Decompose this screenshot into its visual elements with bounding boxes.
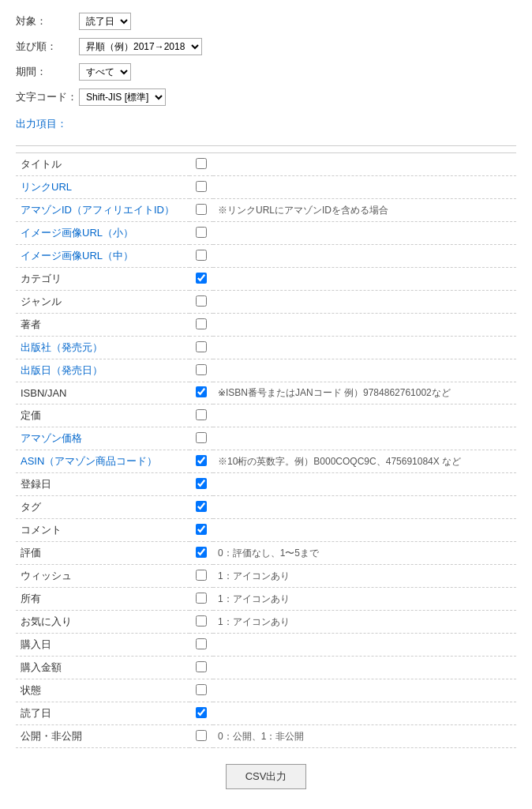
output-item-checkbox-cell: [189, 657, 213, 679]
output-item-label: タグ: [16, 496, 189, 519]
output-item-note: 0：評価なし、1〜5まで: [213, 542, 516, 565]
output-item-checkbox[interactable]: [196, 661, 207, 672]
output-item-label: イメージ画像URL（小）: [16, 222, 189, 245]
target-select[interactable]: 読了日 登録日 購入日: [79, 13, 131, 30]
output-item-checkbox[interactable]: [196, 730, 207, 741]
output-item-label: 購入金額: [16, 657, 189, 679]
output-item-label: 著者: [16, 314, 189, 337]
output-item-label: ジャンル: [16, 291, 189, 314]
output-item-label: 読了日: [16, 702, 189, 725]
output-item-checkbox-cell: [189, 702, 213, 725]
charset-select[interactable]: Shift-JIS [標準] UTF-8: [79, 88, 166, 106]
table-row: 登録日: [16, 473, 516, 496]
output-item-checkbox[interactable]: [196, 547, 207, 558]
output-item-note: 1：アイコンあり: [213, 611, 516, 634]
output-item-checkbox[interactable]: [196, 455, 207, 466]
output-item-checkbox-cell: [189, 427, 213, 450]
output-item-checkbox[interactable]: [196, 250, 207, 261]
period-select[interactable]: すべて 今年 去年: [79, 63, 131, 81]
sort-label: 並び順：: [16, 40, 79, 54]
output-item-checkbox[interactable]: [196, 273, 207, 284]
csv-export-button[interactable]: CSV出力: [226, 764, 307, 789]
output-item-checkbox-cell: [189, 725, 213, 748]
output-item-checkbox-cell: [189, 337, 213, 359]
table-row: ウィッシュ1：アイコンあり: [16, 565, 516, 588]
output-item-note: [213, 702, 516, 725]
output-item-checkbox[interactable]: [196, 227, 207, 238]
table-row: 公開・非公開0：公開、1：非公開: [16, 725, 516, 748]
output-item-checkbox[interactable]: [196, 501, 207, 512]
output-item-note: [213, 359, 516, 382]
output-item-note: [213, 519, 516, 542]
output-item-checkbox[interactable]: [196, 364, 207, 375]
output-item-checkbox[interactable]: [196, 524, 207, 535]
output-item-checkbox-cell: [189, 245, 213, 268]
output-item-checkbox[interactable]: [196, 386, 207, 397]
target-row: 対象： 読了日 登録日 購入日: [16, 13, 516, 30]
output-item-note: ※ISBN番号またはJANコード 例）9784862761002など: [213, 382, 516, 404]
output-item-label: 所有: [16, 588, 189, 611]
output-item-checkbox[interactable]: [196, 181, 207, 192]
table-row: 評価0：評価なし、1〜5まで: [16, 542, 516, 565]
output-item-checkbox-cell: [189, 473, 213, 496]
output-item-checkbox[interactable]: [196, 615, 207, 627]
output-item-checkbox-cell: [189, 519, 213, 542]
output-item-checkbox[interactable]: [196, 707, 207, 718]
output-item-label: 出版社（発売元）: [16, 337, 189, 359]
table-row: タグ: [16, 496, 516, 519]
output-item-label: 状態: [16, 679, 189, 702]
output-item-note: ※10桁の英数字。例）B000COQC9C、475691084X など: [213, 450, 516, 473]
table-row: 購入日: [16, 634, 516, 657]
output-item-label: アマゾンID（アフィリエイトID）: [16, 199, 189, 222]
output-item-checkbox-cell: [189, 314, 213, 337]
output-item-checkbox[interactable]: [196, 432, 207, 443]
target-label: 対象：: [16, 14, 79, 28]
output-item-checkbox[interactable]: [196, 295, 207, 307]
table-row: タイトル: [16, 153, 516, 176]
output-item-checkbox[interactable]: [196, 341, 207, 352]
output-item-note: [213, 222, 516, 245]
output-item-checkbox-cell: [189, 634, 213, 657]
output-item-checkbox[interactable]: [196, 204, 207, 215]
output-item-note: 1：アイコンあり: [213, 588, 516, 611]
table-row: ASIN（アマゾン商品コード）※10桁の英数字。例）B000COQC9C、475…: [16, 450, 516, 473]
output-item-checkbox[interactable]: [196, 684, 207, 695]
output-item-note: [213, 657, 516, 679]
output-item-label: イメージ画像URL（中）: [16, 245, 189, 268]
output-item-note: 0：公開、1：非公開: [213, 725, 516, 748]
output-item-checkbox-cell: [189, 565, 213, 588]
output-item-checkbox-cell: [189, 222, 213, 245]
output-item-checkbox[interactable]: [196, 318, 207, 329]
output-item-checkbox[interactable]: [196, 638, 207, 649]
output-item-checkbox-cell: [189, 588, 213, 611]
output-label-row: 出力項目：: [16, 114, 516, 137]
output-item-checkbox[interactable]: [196, 158, 207, 169]
output-item-checkbox[interactable]: [196, 570, 207, 581]
table-row: イメージ画像URL（中）: [16, 245, 516, 268]
output-item-checkbox[interactable]: [196, 409, 207, 420]
output-item-checkbox[interactable]: [196, 478, 207, 489]
charset-label: 文字コード：: [16, 90, 79, 104]
sort-select[interactable]: 昇順（例）2017→2018 降順（例）2018→2017: [79, 38, 202, 55]
output-item-note: [213, 314, 516, 337]
output-item-note: [213, 404, 516, 427]
table-row: イメージ画像URL（小）: [16, 222, 516, 245]
output-item-note: [213, 679, 516, 702]
table-row: リンクURL: [16, 176, 516, 199]
table-row: カテゴリ: [16, 268, 516, 291]
output-item-checkbox[interactable]: [196, 593, 207, 604]
output-item-label: タイトル: [16, 153, 189, 176]
output-item-checkbox-cell: [189, 382, 213, 404]
output-item-note: [213, 634, 516, 657]
sort-row: 並び順： 昇順（例）2017→2018 降順（例）2018→2017: [16, 38, 516, 55]
output-item-checkbox-cell: [189, 450, 213, 473]
output-item-checkbox-cell: [189, 542, 213, 565]
output-item-note: [213, 291, 516, 314]
output-item-checkbox-cell: [189, 291, 213, 314]
table-row: 著者: [16, 314, 516, 337]
divider-top: [16, 145, 516, 146]
output-table: タイトルリンクURLアマゾンID（アフィリエイトID）※リンクURLにアマゾンI…: [16, 152, 516, 748]
output-item-label: ウィッシュ: [16, 565, 189, 588]
table-row: アマゾンID（アフィリエイトID）※リンクURLにアマゾンIDを含める場合: [16, 199, 516, 222]
output-item-checkbox-cell: [189, 404, 213, 427]
